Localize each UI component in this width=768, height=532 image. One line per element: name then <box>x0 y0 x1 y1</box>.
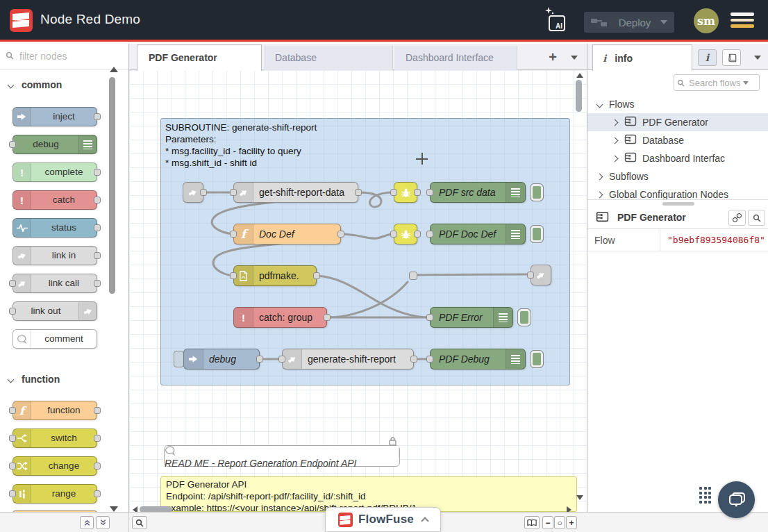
input-port[interactable] <box>9 280 16 287</box>
zoom-reset-button[interactable]: ○ <box>554 516 565 529</box>
node-debug-inject[interactable]: debug <box>183 349 260 369</box>
chevron-right-icon[interactable] <box>596 191 603 198</box>
flow-canvas[interactable]: SUBROUTINE: generate-shift-report Parame… <box>129 70 587 512</box>
debug-toggle-button[interactable] <box>530 350 544 368</box>
output-port[interactable] <box>94 252 101 259</box>
tab-pdf-generator[interactable]: PDF Generator <box>137 44 262 71</box>
input-port[interactable] <box>527 272 534 279</box>
node-pdf-src-data[interactable]: PDF src data <box>430 182 526 203</box>
input-port[interactable] <box>278 356 285 363</box>
output-port[interactable] <box>94 169 101 176</box>
palette-node-comment[interactable]: comment <box>12 329 97 349</box>
vscroll-up-icon[interactable] <box>576 73 583 78</box>
node-pdf-error[interactable]: PDF Error <box>430 307 513 328</box>
flow-list-caret-icon[interactable] <box>571 56 578 60</box>
palette-node-inject[interactable]: inject <box>12 107 97 126</box>
flowfuse-badge[interactable]: FlowFuse <box>325 507 441 532</box>
palette-node-status[interactable]: status <box>12 218 97 238</box>
input-port[interactable] <box>9 308 16 315</box>
tree-item-pdf-generator[interactable]: PDF Generator <box>587 113 768 131</box>
node-debug-filter-1[interactable] <box>394 182 417 203</box>
output-port[interactable] <box>337 231 344 238</box>
node-get-shift-report-data[interactable]: get-shift-report-data <box>233 182 358 203</box>
deploy-caret-icon[interactable] <box>660 20 667 24</box>
output-port[interactable] <box>94 463 101 469</box>
tab-info[interactable]: i info <box>592 44 692 71</box>
tree-item-flows[interactable]: Flows <box>587 95 768 113</box>
node-pdf-debug[interactable]: PDF Debug <box>430 349 526 369</box>
vscroll-thumb[interactable] <box>576 80 582 112</box>
tab-database[interactable]: Database <box>264 46 393 70</box>
input-port[interactable] <box>390 231 397 238</box>
input-port[interactable] <box>230 231 237 238</box>
input-port[interactable] <box>426 314 433 321</box>
output-port[interactable] <box>414 231 421 238</box>
palette-node-link-out[interactable]: link out <box>12 301 97 321</box>
tree-item-dashboard-interface[interactable]: Dashboard Interfac <box>587 149 768 167</box>
palette-scroll-up-icon[interactable] <box>110 67 118 72</box>
debug-toggle-button[interactable] <box>530 183 544 201</box>
deploy-button[interactable]: Deploy <box>584 12 674 33</box>
vscroll-down-icon[interactable] <box>576 495 583 500</box>
palette-node-link-call[interactable]: link call <box>12 274 97 293</box>
palette-node-range[interactable]: range <box>12 484 97 504</box>
node-link-out[interactable] <box>531 265 551 285</box>
debug-toggle-button[interactable] <box>517 308 531 326</box>
output-port[interactable] <box>200 189 207 196</box>
inject-trigger-button[interactable] <box>174 351 184 367</box>
copy-link-button[interactable] <box>728 210 746 226</box>
input-port[interactable] <box>230 189 237 196</box>
output-port[interactable] <box>94 490 101 497</box>
output-port[interactable] <box>94 224 101 231</box>
canvas-search-button[interactable] <box>132 516 147 529</box>
output-port[interactable] <box>324 314 331 321</box>
palette-node-debug[interactable]: debug <box>12 135 97 154</box>
ai-assistant-button[interactable]: AI <box>546 11 568 33</box>
input-port[interactable] <box>390 189 397 196</box>
zoom-out-button[interactable]: − <box>542 516 553 529</box>
node-comment-readme[interactable]: READ ME - Report Generation Endpoint API <box>164 445 400 467</box>
output-port[interactable] <box>256 356 263 363</box>
search-flows-box[interactable] <box>674 74 760 91</box>
node-pdf-doc-def[interactable]: PDF Doc Def <box>430 224 526 244</box>
palette-node-switch[interactable]: switch <box>12 429 97 448</box>
search-flows-input[interactable] <box>687 77 742 89</box>
drag-handle-dots[interactable] <box>699 487 710 504</box>
output-port[interactable] <box>355 189 362 196</box>
collapse-all-button[interactable] <box>80 516 94 529</box>
tree-item-database[interactable]: Database <box>587 131 768 149</box>
expand-all-button[interactable] <box>96 516 110 529</box>
palette-filter[interactable] <box>0 44 128 69</box>
input-port[interactable] <box>9 490 16 497</box>
chevron-right-icon[interactable] <box>596 173 603 180</box>
wire-junction[interactable] <box>409 272 417 280</box>
tab-dashboard-interface[interactable]: Dashboard Interface <box>394 46 517 70</box>
chevron-right-icon[interactable] <box>612 137 619 144</box>
docs-book-button[interactable] <box>722 49 741 66</box>
palette-scroll-down-icon[interactable] <box>110 506 118 512</box>
node-doc-def[interactable]: f Doc Def <box>233 224 341 244</box>
output-port[interactable] <box>313 272 320 279</box>
hscroll-thumb[interactable] <box>140 506 172 512</box>
node-pdfmake[interactable]: pdfmake. <box>233 265 317 286</box>
output-port[interactable] <box>94 280 101 287</box>
input-port[interactable] <box>426 356 433 363</box>
output-port[interactable] <box>94 113 101 120</box>
palette-node-catch[interactable]: ! catch <box>12 190 97 210</box>
output-port[interactable] <box>94 435 101 442</box>
collapse-badge-icon[interactable] <box>421 517 428 524</box>
input-port[interactable] <box>426 231 433 238</box>
chevron-down-icon[interactable] <box>596 101 603 108</box>
node-generate-shift-report[interactable]: generate-shift-report <box>282 349 414 369</box>
panel-resize-handle[interactable] <box>587 199 768 206</box>
palette-node-link-in[interactable]: link in <box>12 246 97 265</box>
output-port[interactable] <box>94 197 101 203</box>
chevron-right-icon[interactable] <box>612 155 619 162</box>
chevron-right-icon[interactable] <box>612 119 619 126</box>
main-menu-button[interactable] <box>731 13 754 29</box>
output-port[interactable] <box>414 189 421 196</box>
input-port[interactable] <box>9 435 16 442</box>
info-panel-button[interactable]: i <box>698 49 717 66</box>
palette-category-common[interactable]: common <box>0 76 118 94</box>
hscroll-right-icon[interactable] <box>567 506 571 512</box>
